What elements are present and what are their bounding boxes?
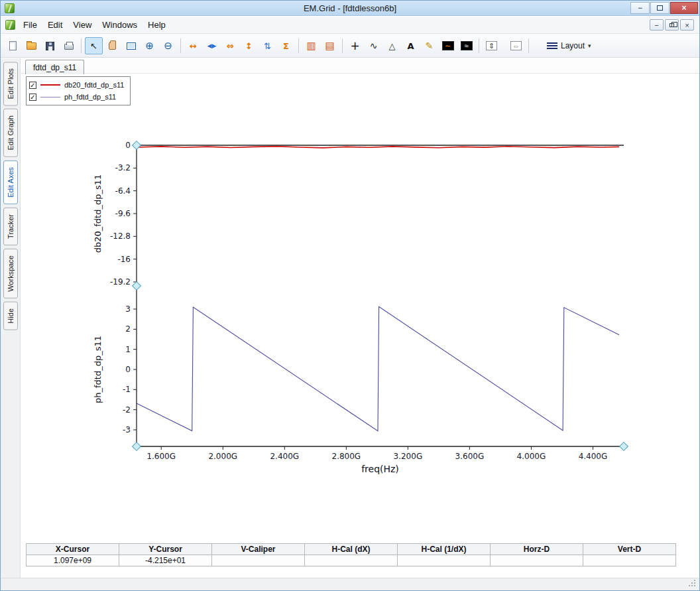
- app-window: EM.Grid - [fdtdlesson6b] − × FileEditVie…: [0, 0, 700, 591]
- sidebar-tab-edit-graph[interactable]: Edit Graph: [3, 109, 18, 157]
- zoom-out-icon-glyph: ⊖: [164, 41, 172, 51]
- v-zoom-icon[interactable]: ⇅: [259, 37, 276, 54]
- v-fit-icon[interactable]: Σ: [277, 37, 295, 54]
- menu-item-help[interactable]: Help: [143, 17, 171, 33]
- horizontal-layout-icon[interactable]: ⇔: [507, 37, 525, 54]
- legend-line-sample: [40, 84, 60, 86]
- select-cursor-icon[interactable]: ↖: [85, 37, 103, 54]
- text-annotation-icon-glyph: A: [407, 42, 414, 50]
- h-zoom-icon-glyph: ◀▶: [207, 43, 217, 49]
- layout-lines-icon: [547, 42, 557, 50]
- add-cursor-icon-glyph: +: [350, 40, 359, 52]
- vertical-layout-icon[interactable]: ⇕: [483, 37, 500, 54]
- v-zoom-icon-glyph: ⇅: [264, 42, 271, 50]
- document-tab-row: fdtd_dp_s11: [21, 58, 699, 74]
- menu-item-view[interactable]: View: [68, 17, 97, 33]
- sidebar-tab-hide[interactable]: Hide: [3, 302, 18, 330]
- maximize-button[interactable]: [650, 2, 670, 14]
- v-fit-icon-glyph: Σ: [283, 42, 289, 50]
- zoom-in-icon[interactable]: ⊕: [141, 37, 158, 54]
- close-button[interactable]: ×: [670, 2, 698, 14]
- legend-label: db20_fdtd_dp_s11: [64, 81, 124, 89]
- cursor-value-y-cursor: -4.215e+01: [119, 555, 212, 566]
- menu-item-edit[interactable]: Edit: [42, 17, 68, 33]
- toolbar: ↖⊕⊖↔◀▶⇔↕⇅Σ▥▤+∿△A✎∼≈⇕⇔ Layout ▾: [1, 34, 699, 58]
- add-cursor-icon[interactable]: +: [346, 37, 364, 54]
- resize-grip[interactable]: [689, 580, 697, 588]
- minimize-button[interactable]: −: [630, 2, 650, 14]
- mdi-restore-icon: [670, 23, 674, 27]
- horizontal-grid-icon-glyph: ▤: [325, 41, 334, 51]
- fft-window2-icon[interactable]: ≈: [457, 37, 475, 54]
- v-zoom-full-icon[interactable]: ↕: [240, 37, 258, 54]
- new-file-icon-glyph: [9, 41, 17, 50]
- edit-note-icon[interactable]: ✎: [420, 37, 438, 54]
- toolbar-separator: [528, 38, 529, 53]
- toolbar-separator: [342, 38, 343, 53]
- cursor-value-h-cal-dx: [305, 555, 398, 566]
- legend-item: ✓db20_fdtd_dp_s11: [29, 79, 124, 91]
- toolbar-separator: [81, 38, 82, 53]
- plot-workspace: fdtd_dp_s11: [21, 58, 699, 578]
- cursor-col-h-cal-1-dx: H-Cal (1/dX): [398, 544, 491, 555]
- menubar: FileEditViewWindowsHelp − ×: [1, 17, 699, 34]
- close-icon: ×: [681, 3, 686, 13]
- cursor-col-x-cursor: X-Cursor: [27, 544, 119, 555]
- pan-hand-icon[interactable]: [103, 37, 121, 54]
- open-file-icon-glyph: [27, 42, 36, 50]
- text-annotation-icon[interactable]: A: [402, 37, 420, 54]
- save-file-icon[interactable]: [41, 37, 59, 54]
- menu-item-windows[interactable]: Windows: [97, 17, 143, 33]
- layout-dropdown-button[interactable]: Layout ▾: [542, 37, 597, 54]
- sidebar-tab-edit-plots[interactable]: Edit Plots: [3, 62, 18, 105]
- legend-checkbox-db20-fdtd-dp-s11[interactable]: ✓: [29, 82, 36, 89]
- cursor-value-vert-d: [583, 555, 676, 566]
- cursor-value-v-caliper: [212, 555, 305, 566]
- mdi-minimize-icon: −: [654, 21, 658, 29]
- pan-hand-icon-glyph: [109, 42, 116, 50]
- chevron-down-icon: ▾: [588, 42, 591, 49]
- zoom-out-icon[interactable]: ⊖: [159, 37, 177, 54]
- delta-marker-icon[interactable]: △: [383, 37, 401, 54]
- cursor-value-h-cal-1-dx: [398, 555, 491, 566]
- axes-trace-icon[interactable]: ∿: [365, 37, 382, 54]
- menu-items: FileEditViewWindowsHelp: [18, 17, 171, 33]
- window-title: EM.Grid - [fdtdlesson6b]: [1, 3, 699, 13]
- fft-window-icon-glyph: ∼: [445, 42, 451, 50]
- sidebar-tab-workspace[interactable]: Workspace: [3, 249, 18, 298]
- app-logo-icon: [5, 20, 15, 30]
- cursor-readout-table: X-CursorY-CursorV-CaliperH-Cal (dX)H-Cal…: [26, 543, 676, 566]
- h-zoom-icon[interactable]: ◀▶: [203, 37, 221, 54]
- titlebar: EM.Grid - [fdtdlesson6b] − ×: [1, 1, 699, 16]
- legend: ✓db20_fdtd_dp_s11✓ph_fdtd_dp_s11: [26, 76, 131, 105]
- horizontal-layout-icon-glyph: ⇔: [510, 41, 522, 50]
- h-zoom-full-icon[interactable]: ↔: [184, 37, 202, 54]
- new-file-icon[interactable]: [4, 37, 22, 54]
- delta-marker-icon-glyph: △: [389, 42, 396, 50]
- open-file-icon[interactable]: [23, 37, 40, 54]
- horizontal-grid-icon[interactable]: ▤: [321, 37, 339, 54]
- h-fit-icon[interactable]: ⇔: [221, 37, 239, 54]
- zoom-window-icon[interactable]: [122, 37, 140, 54]
- menu-item-file[interactable]: File: [18, 17, 42, 33]
- axes-trace-icon-glyph: ∿: [370, 41, 378, 50]
- zoom-in-icon-glyph: ⊕: [145, 41, 154, 51]
- document-tab[interactable]: fdtd_dp_s11: [25, 60, 84, 74]
- cursor-col-vert-d: Vert-D: [583, 544, 676, 555]
- sidebar-tab-tracker[interactable]: Tracker: [3, 208, 18, 245]
- sidebar-tab-edit-axes[interactable]: Edit Axes: [3, 161, 18, 204]
- mdi-minimize-button[interactable]: −: [650, 19, 664, 31]
- cursor-value-x-cursor: 1.097e+09: [27, 555, 119, 566]
- print-icon-glyph: [64, 44, 74, 50]
- mdi-restore-button[interactable]: [665, 19, 679, 31]
- vertical-layout-icon-glyph: ⇕: [489, 42, 495, 50]
- print-icon[interactable]: [60, 37, 78, 54]
- vertical-grid-icon[interactable]: ▥: [302, 37, 320, 54]
- h-zoom-full-icon-glyph: ↔: [190, 42, 197, 50]
- fft-window-icon-glyph: ∼: [442, 41, 454, 50]
- fft-window-icon[interactable]: ∼: [439, 37, 457, 54]
- mdi-close-button[interactable]: ×: [680, 19, 694, 31]
- save-file-icon-glyph: [46, 42, 54, 50]
- legend-label: ph_fdtd_dp_s11: [64, 93, 116, 101]
- legend-checkbox-ph-fdtd-dp-s11[interactable]: ✓: [29, 94, 36, 101]
